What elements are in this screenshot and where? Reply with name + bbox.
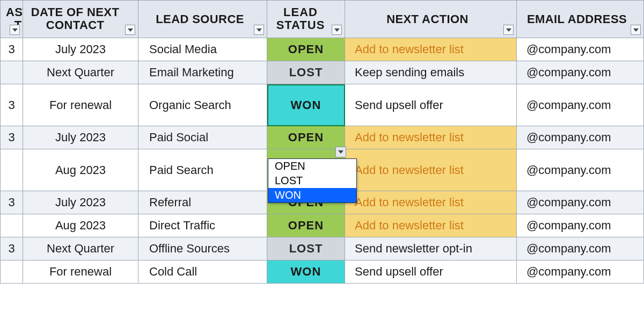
cell[interactable]: Referral: [138, 191, 267, 214]
filter-button[interactable]: [125, 25, 135, 35]
next-action-cell[interactable]: Send upsell offer: [345, 84, 517, 126]
table-row: Next QuarterEmail MarketingLOSTKeep send…: [1, 61, 644, 84]
cell[interactable]: @company.com: [517, 149, 644, 191]
table-row: 3July 2023Paid SocialOPENAdd to newslett…: [1, 126, 644, 149]
cell[interactable]: 3: [1, 237, 23, 260]
chevron-down-icon: [633, 28, 639, 32]
filter-button[interactable]: [631, 25, 641, 35]
chevron-down-icon: [506, 28, 511, 32]
cell[interactable]: @company.com: [517, 214, 644, 237]
cell[interactable]: July 2023: [23, 38, 138, 61]
col-header-next-action[interactable]: NEXT ACTION: [345, 1, 517, 38]
col-header-label: DATE OF NEXT CONTACT: [28, 6, 122, 32]
chevron-down-icon: [334, 28, 340, 32]
table-row: 3Next QuarterOffline SourcesLOSTSend new…: [1, 237, 644, 260]
cell[interactable]: Offline Sources: [138, 237, 267, 260]
cell[interactable]: Paid Search: [138, 149, 267, 191]
next-action-cell[interactable]: Add to newsletter list: [345, 214, 517, 237]
col-header-email[interactable]: EMAIL ADDRESS: [517, 1, 644, 38]
cell[interactable]: Paid Social: [138, 126, 267, 149]
col-header-label: EMAIL ADDRESS: [527, 13, 627, 26]
data-validation-popup[interactable]: OPENLOSTWON: [268, 158, 357, 203]
cell[interactable]: For renewal: [23, 260, 138, 284]
col-header-lead-status[interactable]: LEAD STATUS: [267, 1, 345, 38]
cell[interactable]: @company.com: [517, 61, 644, 84]
cell[interactable]: Aug 2023: [23, 149, 138, 191]
table-row: For renewalCold CallWONSend upsell offer…: [1, 260, 644, 284]
col-header-next-contact[interactable]: DATE OF NEXT CONTACT: [23, 1, 138, 38]
filter-button[interactable]: [503, 25, 514, 35]
lead-status-cell[interactable]: OPEN: [267, 38, 345, 61]
col-header-label: LEAD STATUS: [273, 6, 328, 32]
leads-table: AST T DATE OF NEXT CONTACT LEAD SOURCE L…: [0, 0, 644, 284]
cell[interactable]: @company.com: [517, 237, 644, 260]
cell[interactable]: 3: [1, 84, 23, 126]
next-action-cell[interactable]: Send upsell offer: [345, 260, 517, 284]
cell[interactable]: Next Quarter: [23, 237, 138, 260]
cell[interactable]: [1, 61, 23, 84]
cell[interactable]: Next Quarter: [23, 61, 138, 84]
dropdown-option[interactable]: OPEN: [268, 159, 356, 173]
cell[interactable]: July 2023: [23, 126, 138, 149]
cell[interactable]: July 2023: [23, 191, 138, 214]
chevron-down-icon: [12, 28, 18, 32]
cell[interactable]: @company.com: [517, 38, 644, 61]
cell[interactable]: @company.com: [517, 191, 644, 214]
lead-status-cell[interactable]: LOST: [267, 61, 345, 84]
chevron-down-icon: [338, 150, 343, 154]
col-header-label: NEXT ACTION: [386, 13, 469, 26]
cell[interactable]: Social Media: [138, 38, 267, 61]
table-row: 3July 2023Social MediaOPENAdd to newslet…: [1, 38, 644, 61]
chevron-down-icon: [128, 28, 133, 32]
cell[interactable]: @company.com: [517, 126, 644, 149]
cell[interactable]: 3: [1, 126, 23, 149]
cell[interactable]: 3: [1, 191, 23, 214]
next-action-cell[interactable]: Add to newsletter list: [345, 149, 517, 191]
col-header-lead-source[interactable]: LEAD SOURCE: [138, 1, 267, 38]
col-header-last-contact[interactable]: AST T: [1, 1, 23, 38]
next-action-cell[interactable]: Add to newsletter list: [345, 191, 517, 214]
cell[interactable]: [1, 214, 23, 237]
next-action-cell[interactable]: Add to newsletter list: [345, 126, 517, 149]
cell[interactable]: @company.com: [517, 260, 644, 284]
table-row: 3For renewalOrganic SearchWONSend upsell…: [1, 84, 644, 126]
lead-status-cell[interactable]: OPEN: [267, 126, 345, 149]
lead-status-cell[interactable]: WON: [267, 260, 345, 284]
chevron-down-icon: [257, 28, 262, 32]
data-validation-handle[interactable]: [335, 147, 346, 157]
filter-button[interactable]: [254, 25, 264, 35]
cell[interactable]: Direct Traffic: [138, 214, 267, 237]
next-action-cell[interactable]: Add to newsletter list: [345, 38, 517, 61]
next-action-cell[interactable]: Send newsletter opt-in: [345, 237, 517, 260]
cell[interactable]: @company.com: [517, 84, 644, 126]
cell[interactable]: 3: [1, 38, 23, 61]
lead-status-cell[interactable]: OPEN: [267, 214, 345, 237]
filter-button[interactable]: [10, 25, 20, 35]
table-row: Aug 2023Direct TrafficOPENAdd to newslet…: [1, 214, 644, 237]
filter-button[interactable]: [332, 25, 342, 35]
cell[interactable]: Email Marketing: [138, 61, 267, 84]
cell[interactable]: Aug 2023: [23, 214, 138, 237]
cell[interactable]: Organic Search: [138, 84, 267, 126]
cell[interactable]: Cold Call: [138, 260, 267, 284]
col-header-label: LEAD SOURCE: [156, 13, 244, 26]
cell[interactable]: [1, 260, 23, 284]
lead-status-cell[interactable]: LOST: [267, 237, 345, 260]
dropdown-option[interactable]: WON: [268, 188, 356, 202]
dropdown-option[interactable]: LOST: [268, 173, 356, 188]
next-action-cell[interactable]: Keep sending emails: [345, 61, 517, 84]
lead-status-cell[interactable]: WON: [267, 84, 345, 126]
cell[interactable]: [1, 149, 23, 191]
cell[interactable]: For renewal: [23, 84, 138, 126]
